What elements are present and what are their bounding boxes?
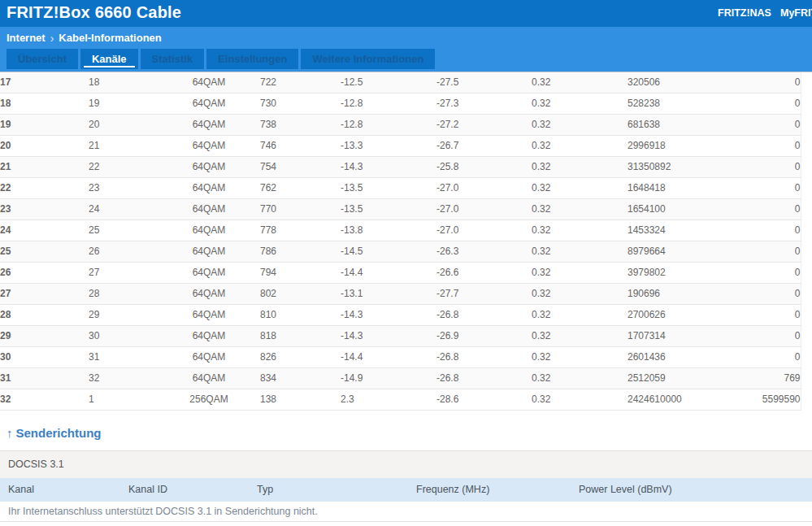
cell-modulation: 64QAM [158, 346, 260, 367]
cell-nicht-korrigierbare-fehler: 0 [725, 72, 801, 93]
cell-korrigierbare-fehler: 2424610000 [627, 389, 725, 410]
myfritz-link[interactable]: MyFRITZ! [780, 7, 812, 19]
page-title: FRITZ!Box 6660 Cable [7, 3, 181, 22]
cell-kanal-id: 20 [89, 114, 158, 135]
cell-kanal: 31 [0, 367, 89, 389]
fritzbox-admin-page: FRITZ!Box 6660 Cable FRITZ!NAS MyFRITZ! … [0, 0, 812, 526]
table-row: 31 32 64QAM 834 -14.9 -26.8 0.32 2512059… [0, 367, 801, 389]
cell-power-level: 2.3 [341, 389, 436, 410]
cell-korrigierbare-fehler: 2601436 [627, 346, 725, 367]
cell-nicht-korrigierbare-fehler: 0 [725, 283, 801, 304]
cell-mse: -26.6 [436, 262, 532, 283]
cell-latenz: 0.32 [532, 156, 627, 177]
cell-frequenz: 738 [260, 114, 341, 135]
cell-mse: -27.3 [436, 93, 532, 114]
cell-mse: -26.8 [436, 367, 532, 389]
cell-kanal: 23 [0, 198, 89, 220]
cell-frequenz: 138 [260, 389, 341, 410]
upstream-column-header: Kanal [0, 484, 128, 495]
cell-power-level: -13.8 [341, 220, 436, 241]
cell-latenz: 0.32 [532, 198, 627, 220]
cell-korrigierbare-fehler: 8979664 [627, 241, 725, 262]
cell-kanal-id: 21 [89, 135, 158, 156]
tab-label: Statistik [152, 53, 193, 65]
cell-korrigierbare-fehler: 681638 [627, 114, 725, 135]
cell-mse: -25.8 [436, 156, 532, 177]
cell-mse: -26.8 [436, 346, 532, 367]
tab-kanaele[interactable]: Kanäle [80, 49, 138, 69]
tab-label: Übersicht [18, 53, 67, 65]
cell-latenz: 0.32 [532, 262, 627, 283]
downstream-channel-table: 17 18 64QAM 722 -12.5 -27.5 0.32 320506 … [0, 72, 801, 411]
cell-modulation: 64QAM [158, 241, 260, 262]
table-row: 20 21 64QAM 746 -13.3 -26.7 0.32 2996918… [0, 135, 801, 156]
tab-einstellungen[interactable]: Einstellungen [206, 49, 298, 69]
upstream-heading-label: Senderichtung [16, 426, 102, 440]
breadcrumb-section[interactable]: Internet [7, 32, 46, 44]
cell-mse: -26.9 [436, 325, 532, 346]
cell-latenz: 0.32 [532, 389, 627, 410]
table-row: 18 19 64QAM 730 -12.8 -27.3 0.32 528238 … [0, 93, 801, 114]
cell-frequenz: 754 [260, 156, 341, 177]
tab-label: Einstellungen [218, 53, 287, 65]
top-bar: FRITZ!Box 6660 Cable FRITZ!NAS MyFRITZ! [0, 0, 812, 27]
upstream-column-header: Frequenz (MHz) [416, 484, 579, 495]
cell-kanal-id: 25 [89, 220, 158, 241]
cell-korrigierbare-fehler: 1654100 [627, 198, 725, 220]
cell-frequenz: 786 [260, 241, 341, 262]
cell-frequenz: 770 [260, 198, 341, 220]
cell-modulation: 64QAM [158, 198, 260, 220]
cell-frequenz: 730 [260, 93, 341, 114]
tab-weitere-informationen[interactable]: Weitere Informationen [301, 49, 435, 69]
cell-power-level: -13.5 [341, 177, 436, 198]
cell-nicht-korrigierbare-fehler: 0 [725, 114, 801, 135]
cell-modulation: 64QAM [158, 177, 260, 198]
cell-mse: -27.0 [436, 177, 532, 198]
cell-korrigierbare-fehler: 320506 [627, 72, 725, 93]
table-row: 21 22 64QAM 754 -14.3 -25.8 0.32 3135089… [0, 156, 801, 177]
tab-statistik[interactable]: Statistik [141, 49, 205, 69]
cell-modulation: 64QAM [158, 135, 260, 156]
cell-nicht-korrigierbare-fehler: 769 [725, 367, 801, 389]
cell-frequenz: 746 [260, 135, 341, 156]
cell-kanal: 26 [0, 262, 89, 283]
fritznas-link[interactable]: FRITZ!NAS [718, 7, 771, 19]
cell-nicht-korrigierbare-fehler: 0 [725, 156, 801, 177]
cell-mse: -27.2 [436, 114, 532, 135]
cell-mse: -27.7 [436, 283, 532, 304]
cell-mse: -27.0 [436, 220, 532, 241]
cell-kanal-id: 29 [89, 304, 158, 325]
tab-bar: Übersicht Kanäle Statistik Einstellungen… [0, 49, 812, 72]
cell-kanal-id: 19 [89, 93, 158, 114]
cell-mse: -27.0 [436, 198, 532, 220]
tab-uebersicht[interactable]: Übersicht [7, 49, 78, 69]
cell-kanal-id: 23 [89, 177, 158, 198]
cell-kanal-id: 18 [89, 72, 158, 93]
table-row: 30 31 64QAM 826 -14.4 -26.8 0.32 2601436… [0, 346, 801, 367]
cell-latenz: 0.32 [532, 114, 627, 135]
cell-kanal-id: 27 [89, 262, 158, 283]
cell-mse: -27.5 [436, 72, 532, 93]
cell-modulation: 64QAM [158, 262, 260, 283]
upstream-message-text: Ihr Internetanschluss unterstützt DOCSIS… [8, 506, 318, 517]
cell-kanal: 29 [0, 325, 89, 346]
cell-modulation: 64QAM [158, 367, 260, 389]
cell-korrigierbare-fehler: 2700626 [627, 304, 725, 325]
cell-power-level: -14.3 [341, 325, 436, 346]
cell-power-level: -12.8 [341, 93, 436, 114]
cell-kanal-id: 24 [89, 198, 158, 220]
cell-power-level: -14.5 [341, 241, 436, 262]
chevron-right-icon: › [50, 32, 54, 45]
cell-nicht-korrigierbare-fehler: 5599590 [725, 389, 801, 410]
cell-frequenz: 818 [260, 325, 341, 346]
cell-latenz: 0.32 [532, 241, 627, 262]
cell-modulation: 64QAM [158, 114, 260, 135]
tab-label: Kanäle [92, 53, 127, 65]
cell-nicht-korrigierbare-fehler: 0 [725, 304, 801, 325]
cell-modulation: 64QAM [158, 325, 260, 346]
upstream-table-header: Kanal Kanal ID Typ Frequenz (MHz) Power … [0, 478, 812, 502]
cell-power-level: -14.4 [341, 262, 436, 283]
table-row: 29 30 64QAM 818 -14.3 -26.9 0.32 1707314… [0, 325, 801, 346]
cell-modulation: 64QAM [158, 93, 260, 114]
cell-latenz: 0.32 [532, 177, 627, 198]
